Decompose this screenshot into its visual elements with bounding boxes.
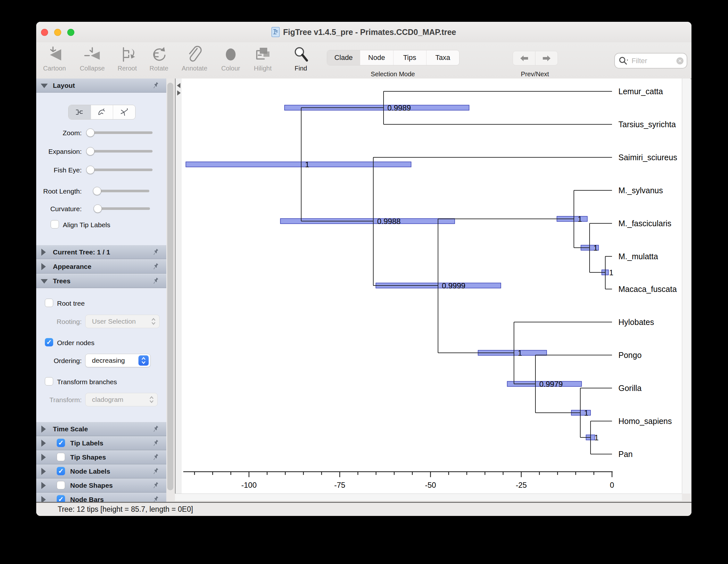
horizontal-scrollbar[interactable] xyxy=(175,493,682,501)
rotate-label: Rotate xyxy=(150,65,169,72)
hilight-label: Hilight xyxy=(254,65,272,72)
disclosure-right-icon[interactable] xyxy=(41,496,46,502)
disclosure-right-icon[interactable] xyxy=(41,249,46,256)
order-nodes-checkbox[interactable] xyxy=(45,338,53,346)
section-node-labels[interactable]: Node Labels xyxy=(36,464,166,478)
zoom-slider[interactable] xyxy=(90,131,153,134)
disclosure-right-icon[interactable] xyxy=(41,468,46,475)
reroot-label: Reroot xyxy=(118,65,137,72)
find-label: Find xyxy=(295,65,307,72)
filter-field[interactable]: ✕ xyxy=(614,53,687,69)
disclosure-right-icon[interactable] xyxy=(41,440,46,447)
disclosure-down-icon[interactable] xyxy=(41,84,48,88)
rooting-dropdown: User Selection xyxy=(85,315,160,328)
chevron-updown-icon xyxy=(138,355,149,366)
transform-branches-checkbox[interactable] xyxy=(45,377,53,386)
layout-rectangular-button[interactable] xyxy=(69,105,91,119)
pin-icon[interactable] xyxy=(153,82,161,89)
fisheye-slider-label: Fish Eye: xyxy=(36,166,82,174)
section-time-scale[interactable]: Time Scale xyxy=(36,422,166,436)
collapse-left-icon[interactable] xyxy=(177,83,180,88)
tip-shapes-checkbox[interactable] xyxy=(57,453,65,461)
pin-icon[interactable] xyxy=(153,263,161,270)
selection-mode-clade[interactable]: Clade xyxy=(327,50,360,65)
disclosure-right-icon[interactable] xyxy=(41,482,46,489)
root-length-slider[interactable] xyxy=(96,190,149,192)
disclosure-right-icon[interactable] xyxy=(41,454,46,461)
root-tree-label: Root tree xyxy=(57,300,85,307)
section-node-bars[interactable]: Node Bars xyxy=(36,493,166,502)
align-tip-labels-checkbox[interactable] xyxy=(51,220,59,228)
prev-arrow-icon xyxy=(519,55,529,62)
layout-type-control xyxy=(68,105,136,120)
rectangular-tree-icon xyxy=(75,108,84,117)
align-tip-labels-label: Align Tip Labels xyxy=(63,221,110,229)
pin-icon[interactable] xyxy=(153,482,161,489)
section-layout[interactable]: Layout xyxy=(36,79,166,93)
section-trees[interactable]: Trees xyxy=(36,274,166,288)
section-tip-shapes[interactable]: Tip Shapes xyxy=(36,450,166,464)
section-current-tree[interactable]: Current Tree: 1 / 1 xyxy=(36,245,166,259)
disclosure-down-icon[interactable] xyxy=(41,279,48,284)
expand-right-icon[interactable] xyxy=(177,90,181,95)
tree-panel-gutter xyxy=(176,79,182,493)
curvature-slider-label: Curvature: xyxy=(36,205,82,213)
selection-mode-control: Clade Node Tips Taxa xyxy=(327,50,459,65)
cartoon-icon xyxy=(45,46,63,63)
prev-next-control xyxy=(513,51,558,65)
radial-tree-icon xyxy=(120,108,129,117)
clear-filter-icon[interactable]: ✕ xyxy=(676,57,683,64)
zoom-slider-knob[interactable] xyxy=(86,129,95,137)
root-tree-checkbox[interactable] xyxy=(45,299,53,307)
hilight-button[interactable]: Hilight xyxy=(245,44,280,77)
pin-icon[interactable] xyxy=(153,248,161,256)
disclosure-right-icon[interactable] xyxy=(41,263,46,270)
transform-label: Transform: xyxy=(36,396,82,404)
selection-mode-node[interactable]: Node xyxy=(360,50,393,65)
collapse-label: Collapse xyxy=(80,65,105,72)
pin-icon[interactable] xyxy=(153,496,161,502)
filter-input[interactable] xyxy=(631,56,676,65)
curvature-slider[interactable] xyxy=(97,207,150,210)
fisheye-slider-knob[interactable] xyxy=(86,166,95,174)
fisheye-slider[interactable] xyxy=(90,169,153,171)
section-node-shapes[interactable]: Node Shapes xyxy=(36,478,166,493)
prev-button[interactable] xyxy=(513,51,535,65)
rotate-button[interactable]: Rotate xyxy=(141,44,177,77)
pin-icon[interactable] xyxy=(153,425,161,433)
colour-button[interactable]: Colour xyxy=(213,44,248,77)
tip-labels-checkbox[interactable] xyxy=(57,439,65,447)
pin-icon[interactable] xyxy=(153,468,161,475)
layout-radial-button[interactable] xyxy=(113,105,135,119)
section-appearance[interactable]: Appearance xyxy=(36,260,166,274)
annotate-label: Annotate xyxy=(182,65,207,72)
node-bars-checkbox[interactable] xyxy=(57,495,65,502)
node-shapes-checkbox[interactable] xyxy=(57,481,65,489)
curvature-slider-knob[interactable] xyxy=(94,204,102,213)
vertical-scrollbar[interactable] xyxy=(682,79,691,493)
root-length-slider-knob[interactable] xyxy=(93,187,101,195)
ordering-dropdown[interactable]: decreasing xyxy=(85,354,151,367)
pin-icon[interactable] xyxy=(153,277,161,285)
pin-icon[interactable] xyxy=(153,439,161,447)
pin-icon[interactable] xyxy=(153,453,161,461)
annotate-button[interactable]: Annotate xyxy=(177,44,212,77)
document-icon xyxy=(271,27,280,37)
reroot-button[interactable]: Reroot xyxy=(110,44,145,77)
cartoon-button[interactable]: Cartoon xyxy=(37,44,72,77)
find-button[interactable]: Find xyxy=(283,44,319,77)
expansion-slider[interactable] xyxy=(90,150,153,153)
sidebar-splitter[interactable] xyxy=(166,79,175,502)
titlebar[interactable]: FigTree v1.4.5_pre - Primates.CCD0_MAP.t… xyxy=(36,22,691,42)
disclosure-right-icon[interactable] xyxy=(41,426,46,433)
expansion-slider-knob[interactable] xyxy=(86,147,95,155)
selection-mode-taxa[interactable]: Taxa xyxy=(426,50,459,65)
section-tip-labels[interactable]: Tip Labels xyxy=(36,436,166,450)
collapse-button[interactable]: Collapse xyxy=(75,44,110,77)
selection-mode-tips[interactable]: Tips xyxy=(393,50,426,65)
tree-viewport[interactable] xyxy=(175,79,682,493)
next-button[interactable] xyxy=(535,51,558,65)
layout-polar-button[interactable] xyxy=(91,105,113,119)
node-labels-checkbox[interactable] xyxy=(57,467,65,475)
splitter-handle[interactable] xyxy=(167,83,173,490)
